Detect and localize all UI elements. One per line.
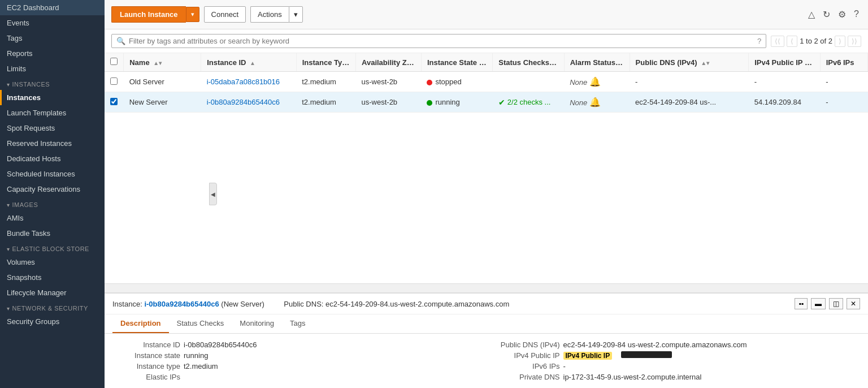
sidebar-item-scheduled-instances[interactable]: Scheduled Instances: [0, 166, 105, 182]
detail-field-value: running: [184, 351, 208, 360]
help-icon[interactable]: ?: [854, 9, 859, 20]
col-header-ipv4[interactable]: IPv4 Public IP ▲▾: [749, 53, 820, 72]
sidebar-item-bundle-tasks[interactable]: Bundle Tasks: [0, 226, 105, 241]
col-header-status-checks[interactable]: Status Checks ▲▾: [493, 53, 564, 72]
sidebar-item-reports[interactable]: Reports: [0, 46, 105, 61]
search-input[interactable]: [129, 37, 757, 45]
sidebar-item-dedicated-hosts[interactable]: Dedicated Hosts: [0, 151, 105, 166]
sidebar-item-ec2-dashboard[interactable]: EC2 Dashboard: [0, 0, 105, 15]
detail-field-label: IPv4 Public IP: [492, 351, 560, 360]
sidebar-collapse-button[interactable]: ◀: [209, 183, 217, 205]
toolbar-icons: △ ↻ ⚙ ?: [808, 9, 859, 20]
row-checkbox[interactable]: [110, 77, 118, 85]
detail-instance-label: Instance:: [112, 300, 142, 308]
pagination-prev[interactable]: ⟨: [787, 36, 797, 47]
launch-instance-button[interactable]: Launch Instance: [111, 6, 186, 23]
pagination-last[interactable]: ⟩⟩: [848, 36, 861, 47]
tab-status[interactable]: Status Checks: [169, 314, 232, 333]
detail-right-col: Public DNS (IPv4)ec2-54-149-209-84 us-we…: [492, 339, 861, 382]
alarm-none-label: None: [570, 78, 587, 87]
ipv4-public-ip-highlight: IPv4 Public IP: [563, 352, 613, 360]
sidebar-section-network-section[interactable]: ▾ NETWORK & SECURITY: [0, 300, 105, 314]
col-header-instance-id[interactable]: Instance ID ▲: [201, 53, 297, 72]
sidebar: EC2 DashboardEventsTagsReportsLimits ▾ I…: [0, 0, 105, 388]
row-az: us-west-2b: [356, 92, 422, 113]
table-hscrollbar[interactable]: [105, 283, 868, 292]
tab-tags[interactable]: Tags: [282, 314, 313, 333]
col-header-alarm[interactable]: Alarm Status ▲▾: [564, 53, 630, 72]
row-ipv6: -: [820, 72, 867, 92]
col-header-name[interactable]: Name ▲▾: [124, 53, 201, 72]
instances-table: Name ▲▾ Instance ID ▲ Instance Type ▲▾ A…: [105, 53, 868, 113]
detail-field-label: Instance type: [112, 362, 180, 370]
detail-view-3[interactable]: ◫: [829, 298, 843, 309]
sidebar-section-ebs-section[interactable]: ▾ ELASTIC BLOCK STORE: [0, 241, 105, 255]
sidebar-item-launch-templates[interactable]: Launch Templates: [0, 105, 105, 120]
col-header-ipv6[interactable]: IPv6 IPs: [820, 53, 867, 72]
row-name: Old Server: [124, 72, 201, 92]
actions-caret[interactable]: ▾: [289, 6, 303, 23]
row-ipv4: 54.149.209.84: [749, 92, 820, 113]
detail-view-4[interactable]: ✕: [847, 298, 860, 309]
launch-instance-caret[interactable]: ▾: [186, 7, 199, 22]
actions-button[interactable]: Actions: [250, 6, 289, 23]
sidebar-item-limits[interactable]: Limits: [0, 61, 105, 76]
refresh-icon[interactable]: ↻: [823, 9, 830, 20]
main-content: Launch Instance ▾ Connect Actions ▾ △ ↻ …: [105, 0, 868, 388]
row-instance-id[interactable]: i-05daba7a08c81b016: [201, 72, 297, 92]
row-instance-id[interactable]: i-0b80a9284b65440c6: [201, 92, 297, 113]
section-collapse-icon: ▾: [7, 202, 10, 208]
tab-description[interactable]: Description: [112, 314, 169, 333]
row-alarm-status: None 🔔: [564, 92, 630, 113]
connect-button[interactable]: Connect: [204, 6, 246, 23]
col-header-az[interactable]: Availability Zone ▲▾: [356, 53, 422, 72]
alert-icon[interactable]: △: [808, 9, 815, 20]
bell-icon: 🔔: [589, 97, 601, 107]
settings-icon[interactable]: ⚙: [838, 9, 846, 20]
detail-field-value: ip-172-31-45-9.us-west-2.compute.interna…: [563, 373, 702, 381]
sidebar-section-instances-section[interactable]: ▾ INSTANCES: [0, 76, 105, 90]
col-header-state[interactable]: Instance State ▲▾: [421, 53, 492, 72]
sidebar-item-capacity-reservations[interactable]: Capacity Reservations: [0, 182, 105, 197]
sidebar-item-events[interactable]: Events: [0, 15, 105, 31]
row-ipv4: -: [749, 72, 820, 92]
search-help-icon[interactable]: ?: [757, 37, 761, 45]
search-bar-row: 🔍 ? ⟨⟨ ⟨ 1 to 2 of 2 ⟩ ⟩⟩: [105, 29, 868, 53]
table-row[interactable]: Old Serveri-05daba7a08c81b016t2.mediumus…: [105, 72, 868, 92]
detail-view-2[interactable]: ▬: [811, 298, 826, 309]
detail-field: Instance IDi-0b80a9284b65440c6: [112, 339, 481, 350]
row-alarm-status: None 🔔: [564, 72, 630, 92]
detail-field-label: Instance state: [112, 351, 180, 360]
row-name: New Server: [124, 92, 201, 113]
pagination-first[interactable]: ⟨⟨: [771, 36, 784, 47]
table-row[interactable]: New Serveri-0b80a9284b65440c6t2.mediumus…: [105, 92, 868, 113]
detail-field-label: Public DNS (IPv4): [492, 340, 560, 349]
sidebar-item-volumes[interactable]: Volumes: [0, 255, 105, 270]
sidebar-item-reserved-instances[interactable]: Reserved Instances: [0, 136, 105, 151]
detail-field: IPv4 Public IPIPv4 Public IP: [492, 350, 861, 361]
sidebar-section-images-section[interactable]: ▾ IMAGES: [0, 197, 105, 210]
sidebar-item-tags[interactable]: Tags: [0, 31, 105, 46]
sidebar-item-snapshots[interactable]: Snapshots: [0, 270, 105, 285]
search-icon: 🔍: [116, 37, 125, 45]
detail-header: Instance: i-0b80a9284b65440c6 (New Serve…: [105, 294, 868, 314]
tab-monitoring[interactable]: Monitoring: [232, 314, 282, 333]
pagination-next[interactable]: ⟩: [835, 36, 845, 47]
row-checkbox[interactable]: [110, 98, 118, 105]
sidebar-item-security-groups[interactable]: Security Groups: [0, 314, 105, 329]
sidebar-item-lifecycle-manager[interactable]: Lifecycle Manager: [0, 285, 105, 300]
sidebar-item-amis[interactable]: AMIs: [0, 210, 105, 226]
detail-instance-name: (New Server): [221, 300, 264, 308]
detail-field-label: Instance ID: [112, 340, 180, 349]
row-instance-type: t2.medium: [296, 92, 355, 113]
col-header-instance-type[interactable]: Instance Type ▲▾: [296, 53, 355, 72]
actions-button-group: Actions ▾: [250, 6, 303, 23]
col-header-dns[interactable]: Public DNS (IPv4) ▲▾: [630, 53, 749, 72]
detail-view-1[interactable]: ▪▪: [795, 298, 808, 309]
detail-dns-value: ec2-54-149-209-84.us-west-2.compute.amaz…: [326, 300, 509, 308]
sidebar-item-spot-requests[interactable]: Spot Requests: [0, 120, 105, 136]
select-all-checkbox[interactable]: [110, 58, 118, 65]
sidebar-item-instances[interactable]: Instances: [0, 90, 105, 105]
detail-field: Elastic IPs: [112, 372, 481, 382]
pagination-text: 1 to 2 of 2: [800, 37, 832, 45]
